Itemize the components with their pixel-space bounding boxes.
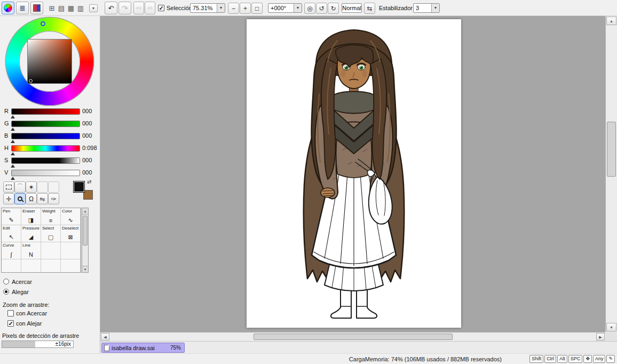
slider-value: 000 — [82, 132, 100, 139]
zoom-tool[interactable] — [14, 193, 26, 204]
panel-layout-button[interactable]: ≣ — [16, 2, 29, 14]
tool-cell-empty[interactable] — [41, 259, 61, 273]
check-icon: ✓ — [159, 5, 164, 11]
color-wheel-panel-button[interactable] — [2, 2, 14, 14]
zoom-value: 75.31% — [193, 5, 212, 11]
tool-cell-empty[interactable] — [2, 259, 21, 273]
hue-marker[interactable] — [41, 21, 45, 26]
hue-slider[interactable] — [11, 145, 80, 152]
tool-cell-empty[interactable] — [61, 259, 81, 273]
blend-mode-button[interactable]: Normal — [342, 3, 362, 13]
file-icon — [104, 345, 109, 351]
slider-value: 000 — [82, 169, 100, 176]
grid-view-button[interactable]: ⊞ — [47, 3, 57, 13]
scroll-up-button[interactable]: ▲ — [82, 208, 88, 215]
empty-tool-slot[interactable] — [48, 181, 59, 193]
red-slider[interactable] — [11, 108, 80, 115]
tool-label: Pressure — [22, 226, 39, 231]
dots-view-button[interactable]: ▦ — [66, 3, 76, 13]
scroll-left-button[interactable]: ◀ — [101, 333, 109, 341]
zoom-in-button[interactable]: + — [240, 3, 251, 14]
tool-label: Pen — [3, 209, 10, 213]
document-canvas[interactable] — [247, 19, 461, 328]
saturation-slider[interactable] — [11, 157, 80, 164]
hatch-view-button[interactable]: ▤ — [57, 3, 66, 13]
horizontal-scrollbar[interactable]: ◀ ▶ — [100, 332, 605, 341]
selection-load-button[interactable]: ▭ — [145, 2, 155, 14]
tool-cell-empty[interactable] — [41, 242, 61, 259]
scrollbar-thumb[interactable] — [83, 216, 88, 246]
zoom-reset-button[interactable]: □ — [251, 3, 263, 14]
tool-cell-edit[interactable]: Edit↖ — [2, 225, 21, 242]
slider-marker[interactable] — [11, 177, 15, 180]
tool-cell-select[interactable]: Select▢ — [41, 225, 61, 242]
tool-cell-weight[interactable]: Weight≡ — [41, 208, 61, 225]
tool-cell-deselect[interactable]: Deselect⊠ — [61, 225, 81, 242]
estabilizador-select[interactable]: 3 ▼ — [413, 3, 440, 13]
undo-button[interactable]: ↶ — [105, 2, 117, 14]
slider-value: 000 — [82, 157, 100, 163]
tool-cell-color[interactable]: Color∿ — [61, 208, 81, 225]
magic-wand-tool[interactable]: ✶ — [26, 181, 37, 193]
slider-marker[interactable] — [11, 115, 15, 118]
rotate-ccw-button[interactable]: ↺ — [316, 3, 327, 14]
vertical-scrollbar-thumb[interactable] — [607, 122, 616, 177]
toolbar-dropdown-button[interactable]: ▼ — [89, 4, 98, 12]
con-alejar-checkbox[interactable]: ✓ — [7, 320, 14, 327]
redo-button[interactable]: ↷ — [118, 2, 131, 14]
tool-cell-eraser[interactable]: Eraser◨ — [21, 208, 41, 225]
empty-tool-slot[interactable] — [37, 181, 48, 193]
tool-cell-line[interactable]: LineN — [21, 242, 41, 259]
tool-cell-pressure[interactable]: Pressure◢ — [21, 225, 41, 242]
lasso-tool[interactable]: ⌒ — [14, 181, 26, 193]
blend-options-button[interactable]: ⇆ — [364, 3, 375, 14]
canvas-area[interactable] — [100, 16, 605, 332]
scroll-right-button[interactable]: ▶ — [596, 333, 605, 341]
blue-slider[interactable] — [11, 133, 80, 139]
scroll-down-button[interactable]: ▼ — [606, 323, 616, 331]
con-acercar-checkbox[interactable] — [7, 310, 14, 316]
slider-marker[interactable] — [11, 140, 15, 143]
tool-cell-empty[interactable] — [21, 259, 41, 273]
green-slider[interactable] — [11, 121, 80, 127]
slider-marker[interactable] — [11, 152, 15, 155]
tool-cell-curve[interactable]: Curveʃ — [2, 242, 21, 259]
eyedropper-tool[interactable]: ✑ — [48, 193, 59, 204]
con-alejar-label: con Alejar — [16, 320, 42, 327]
value-slider[interactable] — [11, 170, 80, 176]
slider-row-v: V 000 — [0, 169, 100, 181]
sv-marker[interactable] — [29, 79, 33, 83]
scroll-up-button[interactable]: ▲ — [606, 17, 616, 25]
rect-select-tool[interactable] — [3, 181, 14, 193]
zoom-select[interactable]: 75.31% ▼ — [190, 3, 225, 13]
slider-marker[interactable] — [11, 128, 15, 131]
color-wheel[interactable] — [5, 17, 94, 106]
rotate-cw-button[interactable]: ↻ — [328, 3, 339, 14]
selection-save-button[interactable]: ▭ — [133, 2, 144, 14]
rotation-select[interactable]: +000° ▼ — [268, 3, 302, 13]
vertical-scrollbar[interactable]: ▲ ▼ — [605, 16, 617, 332]
rotation-reset-button[interactable]: ◎ — [304, 3, 315, 14]
swap-colors-icon[interactable]: ⇄ — [87, 179, 91, 185]
tool-palette-scrollbar[interactable]: ▲ ▼ — [82, 208, 89, 273]
saturation-value-box[interactable] — [27, 39, 72, 84]
scroll-down-button[interactable]: ▼ — [82, 266, 88, 272]
slider-row-h: H 0:098 — [0, 145, 100, 156]
rotate-canvas-tool[interactable]: Ω — [26, 193, 37, 204]
acercar-radio[interactable] — [3, 279, 9, 284]
drag-pixels-field[interactable]: ±16pix — [2, 341, 74, 348]
tool-cell-empty[interactable] — [61, 242, 81, 259]
alejar-radio[interactable] — [3, 289, 9, 295]
zoom-out-button[interactable]: − — [228, 3, 239, 14]
tool-cell-pen[interactable]: Pen✎ — [2, 208, 21, 225]
horizontal-scrollbar-thumb[interactable] — [254, 334, 453, 340]
slider-marker[interactable] — [11, 164, 15, 168]
panels-view-button[interactable]: ▥ — [76, 3, 85, 13]
foreground-color-swatch[interactable] — [73, 181, 85, 193]
document-tab[interactable]: isabella draw.sai 75% — [101, 343, 185, 353]
color-tool-panel: R 000 G 000 B 000 H 0:098 S 000 V 000 — [0, 16, 100, 364]
flip-tool[interactable]: ⇋ — [37, 193, 48, 204]
rgb-panel-button[interactable] — [30, 2, 43, 14]
seleccion-checkbox[interactable]: ✓ — [158, 5, 164, 11]
move-tool[interactable]: ✛ — [3, 193, 14, 204]
